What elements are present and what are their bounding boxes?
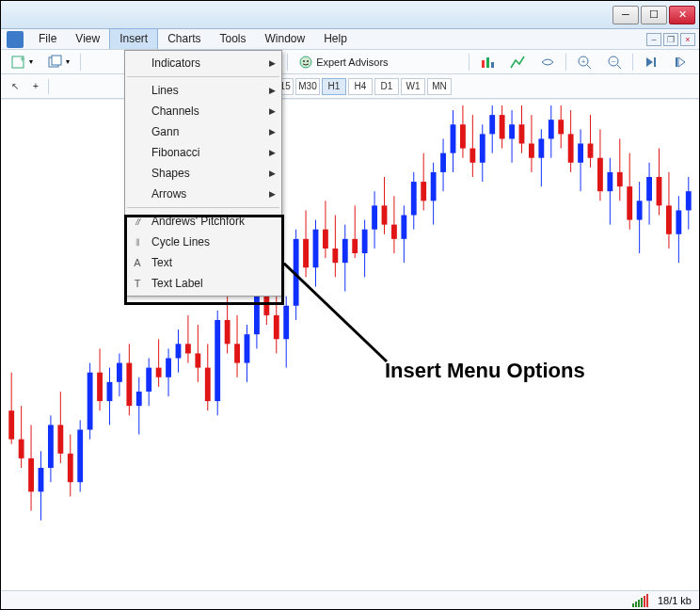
svg-rect-31	[57, 425, 63, 453]
menu-item-label: Fibonacci	[151, 146, 199, 159]
svg-rect-89	[342, 239, 348, 263]
svg-point-7	[303, 60, 305, 62]
svg-rect-18	[654, 57, 656, 67]
titlebar: ─ ☐ ✕	[1, 1, 699, 29]
mdi-close-button[interactable]: ×	[680, 33, 695, 46]
menu-item-indicators[interactable]: Indicators▶	[125, 53, 281, 73]
timeframe-h1[interactable]: H1	[322, 78, 346, 95]
menu-item-label: Text Label	[151, 277, 203, 290]
menu-charts[interactable]: Charts	[158, 29, 210, 49]
submenu-arrow-icon: ▶	[269, 127, 276, 136]
svg-rect-121	[500, 115, 505, 138]
zoom-out-button[interactable]: –	[602, 52, 627, 72]
svg-rect-141	[597, 158, 603, 191]
svg-rect-135	[568, 134, 574, 162]
menu-tools[interactable]: Tools	[211, 29, 256, 49]
timeframe-h4[interactable]: H4	[348, 78, 373, 95]
svg-rect-137	[578, 144, 583, 163]
svg-rect-83	[313, 230, 319, 268]
timeframe-mn[interactable]: MN	[427, 78, 452, 95]
svg-rect-41	[107, 382, 113, 401]
svg-rect-139	[588, 144, 594, 158]
app-icon	[7, 31, 24, 48]
svg-rect-61	[205, 368, 211, 401]
svg-rect-109	[440, 153, 446, 172]
mdi-restore-button[interactable]: ❐	[663, 33, 678, 46]
svg-rect-149	[637, 201, 643, 219]
menu-item-text-label[interactable]: TText Label	[125, 273, 281, 294]
scroll-end-button[interactable]	[639, 52, 663, 72]
svg-rect-115	[469, 149, 475, 163]
svg-rect-53	[166, 358, 171, 377]
crosshair-tool-icon[interactable]: +	[27, 78, 44, 95]
shift-chart-button[interactable]	[669, 52, 693, 72]
svg-rect-117	[480, 134, 485, 162]
menu-item-channels[interactable]: Channels▶	[125, 101, 281, 121]
menu-window[interactable]: Window	[256, 29, 315, 49]
svg-rect-75	[274, 315, 279, 339]
svg-rect-143	[607, 172, 612, 191]
svg-rect-91	[352, 239, 358, 253]
new-chart-button[interactable]: +▾	[7, 52, 38, 72]
svg-rect-147	[627, 186, 632, 219]
chart-area[interactable]	[1, 99, 699, 590]
candlestick-chart	[1, 100, 699, 588]
profiles-button[interactable]: ▾	[43, 52, 74, 72]
cursor-tool-icon[interactable]: ↖	[7, 78, 24, 95]
svg-rect-111	[451, 124, 456, 152]
svg-line-13	[587, 65, 591, 69]
menu-view[interactable]: View	[66, 29, 109, 49]
zoom-in-button[interactable]: +	[572, 52, 597, 72]
mdi-minimize-button[interactable]: –	[646, 33, 661, 46]
menu-file[interactable]: File	[29, 29, 66, 49]
expert-advisors-button[interactable]: Expert Advisors	[294, 52, 392, 72]
svg-point-6	[300, 56, 311, 68]
svg-rect-151	[646, 177, 652, 201]
menu-item-arrows[interactable]: Arrows▶	[125, 184, 281, 204]
svg-rect-25	[28, 458, 34, 491]
svg-rect-159	[686, 191, 692, 210]
svg-rect-157	[676, 210, 681, 233]
menu-item-fibonacci[interactable]: Fibonacci▶	[125, 142, 281, 163]
menu-item-lines[interactable]: Lines▶	[125, 80, 281, 101]
svg-rect-93	[362, 230, 368, 253]
menu-help[interactable]: Help	[314, 29, 357, 49]
timeframe-d1[interactable]: D1	[374, 78, 399, 95]
menu-item-icon: ⫽	[129, 216, 146, 227]
menu-item-shapes[interactable]: Shapes▶	[125, 163, 281, 184]
svg-rect-19	[676, 57, 677, 67]
svg-rect-51	[156, 368, 162, 377]
svg-rect-85	[323, 230, 328, 249]
svg-rect-97	[382, 205, 388, 224]
menu-item-icon: T	[129, 278, 146, 289]
minimize-button[interactable]: ─	[612, 6, 639, 24]
submenu-arrow-icon: ▶	[269, 169, 276, 178]
svg-rect-101	[401, 216, 406, 239]
menu-item-label: Channels	[151, 104, 199, 118]
svg-rect-123	[509, 124, 515, 138]
svg-rect-113	[460, 124, 466, 148]
indicator-button-1[interactable]	[475, 52, 500, 72]
menu-item-gann[interactable]: Gann▶	[125, 121, 281, 142]
menu-item-andrews-pitchfork[interactable]: ⫽Andrews' Pitchfork	[125, 211, 281, 232]
indicator-button-3[interactable]	[535, 52, 560, 72]
expert-advisors-label: Expert Advisors	[316, 56, 388, 68]
svg-rect-39	[97, 373, 103, 401]
toolbar-drawing: ↖ + M1M5M15M30H1H4D1W1MN	[1, 74, 699, 99]
insert-menu-dropdown: Indicators▶Lines▶Channels▶Gann▶Fibonacci…	[124, 50, 282, 297]
indicator-button-2[interactable]	[505, 52, 530, 72]
close-button[interactable]: ✕	[669, 6, 695, 24]
timeframe-m30[interactable]: M30	[295, 78, 320, 95]
timeframe-w1[interactable]: W1	[401, 78, 425, 95]
menu-item-text[interactable]: AText	[125, 252, 281, 273]
menu-item-cycle-lines[interactable]: ⦀Cycle Lines	[125, 232, 281, 252]
menu-item-label: Text	[151, 256, 172, 269]
menu-insert[interactable]: Insert	[109, 28, 158, 49]
maximize-button[interactable]: ☐	[641, 6, 667, 24]
submenu-arrow-icon: ▶	[269, 189, 276, 199]
connection-bars-icon	[632, 594, 648, 607]
svg-rect-155	[666, 205, 672, 233]
svg-rect-103	[411, 182, 417, 215]
svg-rect-81	[303, 239, 309, 267]
svg-rect-21	[8, 410, 14, 439]
